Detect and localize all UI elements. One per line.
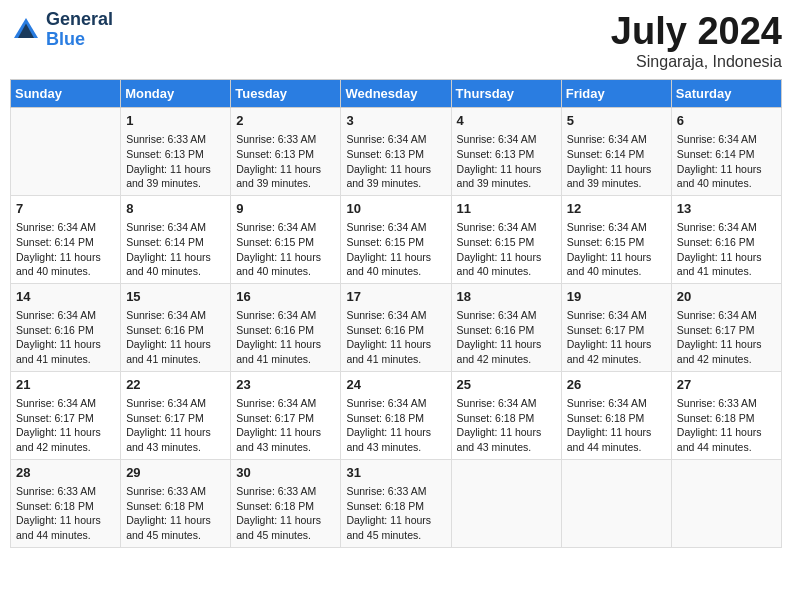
calendar-cell: 9Sunrise: 6:34 AM Sunset: 6:15 PM Daylig…	[231, 195, 341, 283]
day-number: 21	[16, 376, 115, 394]
day-info: Sunrise: 6:34 AM Sunset: 6:15 PM Dayligh…	[346, 220, 445, 279]
day-number: 18	[457, 288, 556, 306]
calendar-cell: 13Sunrise: 6:34 AM Sunset: 6:16 PM Dayli…	[671, 195, 781, 283]
day-info: Sunrise: 6:33 AM Sunset: 6:18 PM Dayligh…	[677, 396, 776, 455]
day-number: 2	[236, 112, 335, 130]
day-info: Sunrise: 6:34 AM Sunset: 6:15 PM Dayligh…	[236, 220, 335, 279]
calendar-cell: 6Sunrise: 6:34 AM Sunset: 6:14 PM Daylig…	[671, 108, 781, 196]
day-number: 1	[126, 112, 225, 130]
calendar-cell: 19Sunrise: 6:34 AM Sunset: 6:17 PM Dayli…	[561, 283, 671, 371]
calendar-cell: 30Sunrise: 6:33 AM Sunset: 6:18 PM Dayli…	[231, 459, 341, 547]
day-info: Sunrise: 6:34 AM Sunset: 6:14 PM Dayligh…	[677, 132, 776, 191]
weekday-header-thursday: Thursday	[451, 80, 561, 108]
day-info: Sunrise: 6:34 AM Sunset: 6:17 PM Dayligh…	[16, 396, 115, 455]
day-number: 11	[457, 200, 556, 218]
day-info: Sunrise: 6:33 AM Sunset: 6:18 PM Dayligh…	[16, 484, 115, 543]
week-row-5: 28Sunrise: 6:33 AM Sunset: 6:18 PM Dayli…	[11, 459, 782, 547]
calendar-cell: 20Sunrise: 6:34 AM Sunset: 6:17 PM Dayli…	[671, 283, 781, 371]
calendar-cell	[671, 459, 781, 547]
day-info: Sunrise: 6:34 AM Sunset: 6:15 PM Dayligh…	[457, 220, 556, 279]
day-info: Sunrise: 6:34 AM Sunset: 6:16 PM Dayligh…	[16, 308, 115, 367]
calendar-cell: 26Sunrise: 6:34 AM Sunset: 6:18 PM Dayli…	[561, 371, 671, 459]
day-info: Sunrise: 6:33 AM Sunset: 6:13 PM Dayligh…	[126, 132, 225, 191]
weekday-header-wednesday: Wednesday	[341, 80, 451, 108]
calendar-title: July 2024	[611, 10, 782, 53]
day-number: 31	[346, 464, 445, 482]
page-header: General Blue July 2024 Singaraja, Indone…	[10, 10, 782, 71]
day-info: Sunrise: 6:34 AM Sunset: 6:14 PM Dayligh…	[16, 220, 115, 279]
day-info: Sunrise: 6:34 AM Sunset: 6:16 PM Dayligh…	[236, 308, 335, 367]
calendar-cell: 14Sunrise: 6:34 AM Sunset: 6:16 PM Dayli…	[11, 283, 121, 371]
day-info: Sunrise: 6:34 AM Sunset: 6:16 PM Dayligh…	[126, 308, 225, 367]
calendar-cell: 4Sunrise: 6:34 AM Sunset: 6:13 PM Daylig…	[451, 108, 561, 196]
calendar-cell: 25Sunrise: 6:34 AM Sunset: 6:18 PM Dayli…	[451, 371, 561, 459]
day-number: 26	[567, 376, 666, 394]
day-info: Sunrise: 6:34 AM Sunset: 6:14 PM Dayligh…	[126, 220, 225, 279]
day-number: 13	[677, 200, 776, 218]
calendar-table: SundayMondayTuesdayWednesdayThursdayFrid…	[10, 79, 782, 548]
calendar-cell: 8Sunrise: 6:34 AM Sunset: 6:14 PM Daylig…	[121, 195, 231, 283]
day-number: 22	[126, 376, 225, 394]
day-number: 9	[236, 200, 335, 218]
calendar-cell: 22Sunrise: 6:34 AM Sunset: 6:17 PM Dayli…	[121, 371, 231, 459]
calendar-cell: 18Sunrise: 6:34 AM Sunset: 6:16 PM Dayli…	[451, 283, 561, 371]
day-info: Sunrise: 6:34 AM Sunset: 6:17 PM Dayligh…	[236, 396, 335, 455]
day-number: 25	[457, 376, 556, 394]
day-info: Sunrise: 6:34 AM Sunset: 6:18 PM Dayligh…	[567, 396, 666, 455]
day-number: 5	[567, 112, 666, 130]
day-number: 23	[236, 376, 335, 394]
calendar-cell: 1Sunrise: 6:33 AM Sunset: 6:13 PM Daylig…	[121, 108, 231, 196]
day-number: 4	[457, 112, 556, 130]
calendar-cell: 3Sunrise: 6:34 AM Sunset: 6:13 PM Daylig…	[341, 108, 451, 196]
day-info: Sunrise: 6:34 AM Sunset: 6:17 PM Dayligh…	[677, 308, 776, 367]
day-number: 16	[236, 288, 335, 306]
day-number: 30	[236, 464, 335, 482]
week-row-3: 14Sunrise: 6:34 AM Sunset: 6:16 PM Dayli…	[11, 283, 782, 371]
logo-text: General Blue	[46, 10, 113, 50]
day-info: Sunrise: 6:34 AM Sunset: 6:18 PM Dayligh…	[457, 396, 556, 455]
day-number: 27	[677, 376, 776, 394]
calendar-cell: 5Sunrise: 6:34 AM Sunset: 6:14 PM Daylig…	[561, 108, 671, 196]
day-info: Sunrise: 6:34 AM Sunset: 6:13 PM Dayligh…	[457, 132, 556, 191]
calendar-cell: 31Sunrise: 6:33 AM Sunset: 6:18 PM Dayli…	[341, 459, 451, 547]
calendar-cell: 10Sunrise: 6:34 AM Sunset: 6:15 PM Dayli…	[341, 195, 451, 283]
day-info: Sunrise: 6:33 AM Sunset: 6:18 PM Dayligh…	[236, 484, 335, 543]
weekday-header-row: SundayMondayTuesdayWednesdayThursdayFrid…	[11, 80, 782, 108]
calendar-cell: 2Sunrise: 6:33 AM Sunset: 6:13 PM Daylig…	[231, 108, 341, 196]
logo-icon	[10, 14, 42, 46]
calendar-subtitle: Singaraja, Indonesia	[611, 53, 782, 71]
day-number: 14	[16, 288, 115, 306]
week-row-2: 7Sunrise: 6:34 AM Sunset: 6:14 PM Daylig…	[11, 195, 782, 283]
calendar-cell: 16Sunrise: 6:34 AM Sunset: 6:16 PM Dayli…	[231, 283, 341, 371]
weekday-header-friday: Friday	[561, 80, 671, 108]
calendar-cell: 11Sunrise: 6:34 AM Sunset: 6:15 PM Dayli…	[451, 195, 561, 283]
calendar-cell: 24Sunrise: 6:34 AM Sunset: 6:18 PM Dayli…	[341, 371, 451, 459]
day-number: 29	[126, 464, 225, 482]
calendar-cell: 17Sunrise: 6:34 AM Sunset: 6:16 PM Dayli…	[341, 283, 451, 371]
day-number: 24	[346, 376, 445, 394]
day-number: 19	[567, 288, 666, 306]
weekday-header-sunday: Sunday	[11, 80, 121, 108]
day-info: Sunrise: 6:34 AM Sunset: 6:16 PM Dayligh…	[677, 220, 776, 279]
calendar-cell: 7Sunrise: 6:34 AM Sunset: 6:14 PM Daylig…	[11, 195, 121, 283]
calendar-cell	[451, 459, 561, 547]
calendar-cell: 27Sunrise: 6:33 AM Sunset: 6:18 PM Dayli…	[671, 371, 781, 459]
day-info: Sunrise: 6:34 AM Sunset: 6:18 PM Dayligh…	[346, 396, 445, 455]
calendar-cell: 21Sunrise: 6:34 AM Sunset: 6:17 PM Dayli…	[11, 371, 121, 459]
day-info: Sunrise: 6:34 AM Sunset: 6:17 PM Dayligh…	[567, 308, 666, 367]
day-info: Sunrise: 6:34 AM Sunset: 6:17 PM Dayligh…	[126, 396, 225, 455]
day-info: Sunrise: 6:33 AM Sunset: 6:18 PM Dayligh…	[126, 484, 225, 543]
day-number: 8	[126, 200, 225, 218]
day-number: 6	[677, 112, 776, 130]
day-number: 17	[346, 288, 445, 306]
calendar-cell: 12Sunrise: 6:34 AM Sunset: 6:15 PM Dayli…	[561, 195, 671, 283]
day-info: Sunrise: 6:34 AM Sunset: 6:13 PM Dayligh…	[346, 132, 445, 191]
calendar-cell	[561, 459, 671, 547]
calendar-cell: 28Sunrise: 6:33 AM Sunset: 6:18 PM Dayli…	[11, 459, 121, 547]
weekday-header-tuesday: Tuesday	[231, 80, 341, 108]
week-row-1: 1Sunrise: 6:33 AM Sunset: 6:13 PM Daylig…	[11, 108, 782, 196]
calendar-cell	[11, 108, 121, 196]
day-number: 10	[346, 200, 445, 218]
week-row-4: 21Sunrise: 6:34 AM Sunset: 6:17 PM Dayli…	[11, 371, 782, 459]
calendar-cell: 29Sunrise: 6:33 AM Sunset: 6:18 PM Dayli…	[121, 459, 231, 547]
